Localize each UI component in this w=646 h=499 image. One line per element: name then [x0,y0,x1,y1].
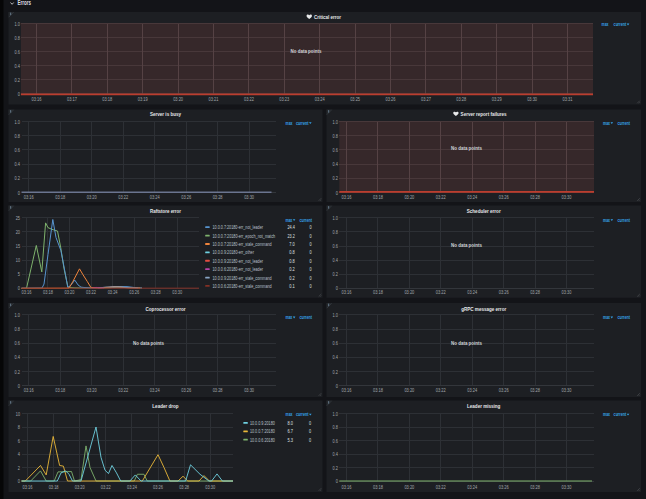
svg-text:0.2: 0.2 [15,369,21,375]
svg-text:03:16: 03:16 [24,387,34,393]
svg-text:1.0: 1.0 [15,312,21,318]
svg-text:Leader drop: Leader drop [152,403,179,409]
svg-text:0.8: 0.8 [333,424,339,430]
svg-text:03:16: 03:16 [342,484,352,490]
svg-text:1.0: 1.0 [15,21,21,27]
svg-text:0: 0 [309,428,311,434]
svg-text:20: 20 [16,229,20,235]
svg-text:5: 5 [18,271,20,277]
svg-text:10.0.0.9:20180-err_stale_comma: 10.0.0.9:20180-err_stale_command [213,275,272,281]
svg-text:0.4: 0.4 [333,161,339,167]
svg-text:03:22: 03:22 [436,194,446,200]
svg-text:03:21: 03:21 [209,96,219,102]
svg-text:0.8: 0.8 [333,229,339,235]
svg-text:4: 4 [18,451,20,457]
svg-text:03:18: 03:18 [43,289,53,295]
svg-text:Scheduler error: Scheduler error [467,208,501,214]
svg-text:03:16: 03:16 [342,194,352,200]
svg-text:03:24: 03:24 [467,289,477,295]
svg-text:03:31: 03:31 [563,96,573,102]
svg-text:1.0: 1.0 [333,312,339,318]
svg-text:03:22: 03:22 [118,194,128,200]
svg-text:7.0: 7.0 [289,241,295,247]
svg-text:03:17: 03:17 [67,96,77,102]
svg-text:0: 0 [309,224,311,230]
svg-text:03:28: 03:28 [530,194,540,200]
svg-text:03:22: 03:22 [118,387,128,393]
svg-text:03:28: 03:28 [213,387,223,393]
svg-text:03:20: 03:20 [404,484,414,490]
svg-text:03:20: 03:20 [404,387,414,393]
svg-text:25: 25 [16,215,20,221]
svg-text:No data points: No data points [133,340,164,346]
svg-text:max: max [602,21,609,27]
svg-text:10.0.0.6:20180-err_not_leader: 10.0.0.6:20180-err_not_leader [213,266,264,272]
svg-text:03:20: 03:20 [75,484,85,490]
svg-text:Coprocessor error: Coprocessor error [146,306,186,312]
svg-text:10.0.0.7:20180: 10.0.0.7:20180 [250,428,275,434]
svg-text:23.2: 23.2 [288,233,295,239]
svg-text:Raftstore error: Raftstore error [150,208,181,214]
svg-text:0: 0 [309,266,311,272]
svg-text:03:24: 03:24 [150,194,160,200]
svg-text:0.4: 0.4 [333,354,339,360]
svg-text:Leader missing: Leader missing [467,403,501,409]
svg-text:03:18: 03:18 [373,194,383,200]
svg-text:03:30: 03:30 [562,194,572,200]
svg-text:0: 0 [336,285,338,291]
svg-text:0.2: 0.2 [333,369,339,375]
svg-text:03:26: 03:26 [499,387,509,393]
svg-text:10.0.0.6:20180-err_stale_comma: 10.0.0.6:20180-err_stale_command [213,283,272,289]
svg-text:03:30: 03:30 [527,96,537,102]
svg-text:max: max [286,411,293,417]
svg-text:Server is busy: Server is busy [150,111,182,117]
svg-text:03:30: 03:30 [562,484,572,490]
svg-text:03:26: 03:26 [181,194,191,200]
svg-text:03:20: 03:20 [87,194,97,200]
svg-text:03:28: 03:28 [530,484,540,490]
svg-text:0.4: 0.4 [15,354,21,360]
svg-text:0: 0 [309,283,311,289]
svg-text:03:30: 03:30 [562,289,572,295]
svg-text:0.4: 0.4 [15,161,21,167]
svg-text:current: current [299,217,312,223]
svg-text:0: 0 [309,420,311,426]
svg-text:0: 0 [18,285,20,291]
svg-text:current: current [614,21,627,27]
svg-text:0: 0 [336,383,338,389]
svg-text:0: 0 [309,258,311,264]
svg-text:03:19: 03:19 [138,96,148,102]
svg-text:6.7: 6.7 [288,428,294,434]
svg-text:Critical error: Critical error [314,14,342,20]
svg-text:max: max [286,120,293,126]
svg-text:0.2: 0.2 [15,175,21,181]
svg-text:0.6: 0.6 [333,340,339,346]
svg-text:03:28: 03:28 [151,289,161,295]
svg-text:03:26: 03:26 [181,387,191,393]
svg-text:03:24: 03:24 [108,289,118,295]
svg-text:03:20: 03:20 [404,289,414,295]
svg-text:03:26: 03:26 [153,484,163,490]
svg-text:03:22: 03:22 [436,387,446,393]
svg-text:03:24: 03:24 [467,484,477,490]
svg-text:No data points: No data points [451,145,482,151]
svg-text:15: 15 [16,243,20,249]
svg-text:0.6: 0.6 [15,340,21,346]
svg-text:03:27: 03:27 [421,96,431,102]
svg-text:03:30: 03:30 [244,387,254,393]
svg-text:03:22: 03:22 [101,484,111,490]
svg-text:0.4: 0.4 [333,257,339,263]
svg-text:03:28: 03:28 [456,96,466,102]
svg-text:03:16: 03:16 [32,96,42,102]
svg-text:10.0.0.7:20180-err_not_leader: 10.0.0.7:20180-err_not_leader [213,224,264,230]
svg-text:0.4: 0.4 [333,451,339,457]
svg-text:0.8: 0.8 [15,35,21,41]
svg-text:max: max [603,217,610,223]
svg-text:03:30: 03:30 [244,194,254,200]
svg-text:03:24: 03:24 [467,194,477,200]
svg-text:03:18: 03:18 [49,484,59,490]
svg-text:10: 10 [16,257,20,263]
svg-text:03:26: 03:26 [499,289,509,295]
svg-text:current: current [617,217,630,223]
svg-text:0.8: 0.8 [289,258,295,264]
